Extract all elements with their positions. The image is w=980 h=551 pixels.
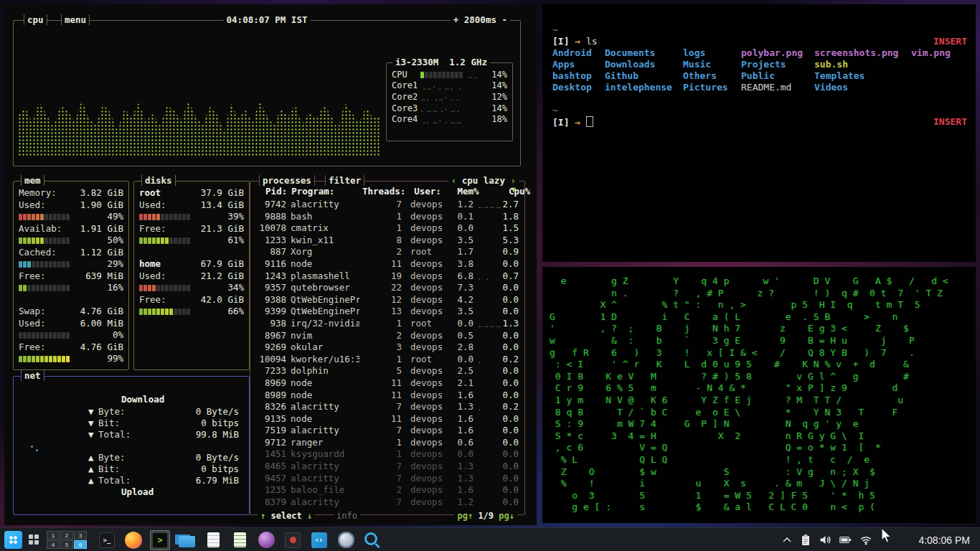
- terminal-cursor[interactable]: [586, 116, 593, 127]
- refresh-rate-control[interactable]: + 2800ms -: [451, 14, 510, 25]
- stat-line: [14, 294, 128, 306]
- sort-selector[interactable]: ‹ cpu lazy ›: [448, 175, 519, 186]
- network-box-title: net: [21, 370, 44, 381]
- disks-box: disks root37.9 GiBUsed:13.4 GiB39%Free:2…: [133, 181, 250, 370]
- okular-icon[interactable]: [283, 530, 303, 550]
- stat-line: 39%: [134, 211, 249, 223]
- desktop-pager-cell-1[interactable]: 1: [47, 531, 60, 540]
- process-info-control[interactable]: info: [334, 511, 360, 521]
- process-row[interactable]: 7519alacritty7devops1.60.0: [250, 425, 524, 437]
- process-row[interactable]: 9388QtWebEnginePr12devops4.20.0: [250, 294, 524, 306]
- process-row[interactable]: 8326alacritty7devops1.3⡀0.2: [250, 401, 524, 413]
- file-manager-icon[interactable]: [176, 530, 197, 550]
- text-editor-icon[interactable]: [203, 530, 223, 550]
- vscode-icon[interactable]: [309, 530, 329, 550]
- battery-icon[interactable]: [839, 534, 852, 545]
- command-text: ls: [586, 36, 598, 47]
- cpu-legend-row: Core4⢀⡀⣀⠄⡀⣀⣀18%: [387, 113, 512, 125]
- ls-entry: Templates: [814, 70, 911, 82]
- konsole-icon[interactable]: [97, 530, 117, 550]
- memory-box-title: mem: [21, 175, 44, 186]
- desktop-pager-cell-6[interactable]: 6: [74, 540, 87, 549]
- terminal-icon[interactable]: [150, 530, 170, 550]
- desktop-pager-cell-4[interactable]: 4: [47, 540, 60, 549]
- process-select-control[interactable]: ↑ select ↓: [258, 511, 315, 521]
- document-viewer-icon[interactable]: [230, 530, 250, 550]
- stat-line: 16%: [14, 282, 128, 294]
- stat-line: root37.9 GiB: [134, 187, 249, 199]
- usage-meter: [19, 332, 70, 339]
- process-row[interactable]: 9457alacritty7devops1.30.0: [250, 473, 524, 485]
- stat-line: 99%: [14, 353, 128, 365]
- process-row[interactable]: 1233kwin_x118devops3.55.3: [250, 235, 524, 247]
- usage-meter: [19, 237, 70, 244]
- net-stat-line: ▼Byte:0 Byte/s: [88, 406, 239, 418]
- cpu-legend-row: Core3⡀⣀⣀⢀⠄⣀⡀14%: [387, 103, 512, 114]
- search-app-icon[interactable]: [362, 530, 382, 550]
- menu-button[interactable]: menu: [61, 14, 90, 25]
- net-stat-line: ▼Total:99.8 MiB: [88, 429, 239, 441]
- desktop-pager-cell-5[interactable]: 5: [60, 540, 73, 549]
- process-row[interactable]: 9712ranger1devops0.60.0: [250, 437, 524, 449]
- ls-entry: Github: [605, 70, 683, 82]
- process-row[interactable]: 9269okular3devops2.80.0: [250, 342, 524, 354]
- stat-line: 49%: [14, 211, 128, 223]
- stat-line: 29%: [14, 258, 128, 270]
- process-row[interactable]: 10078cmatrix1devops0.01.5: [250, 222, 524, 235]
- process-row[interactable]: 8967nvim2devops0.50.0: [250, 330, 524, 342]
- memory-box: mem Memory:3.82 GiBUsed:1.90 GiB49%Avail…: [13, 181, 129, 370]
- process-row[interactable]: 7233dolphin5devops2.50.0: [250, 365, 524, 377]
- photo-app-icon[interactable]: [256, 530, 276, 550]
- ls-entry: logs: [683, 47, 741, 59]
- usage-meter: [139, 214, 190, 220]
- process-row[interactable]: 1451ksysguardd1devops0.00.0: [250, 448, 524, 461]
- cwd-line: ~: [542, 105, 976, 116]
- process-row[interactable]: 9135node11devops1.60.0: [250, 413, 524, 425]
- desktop: { "colors": { "accent_blue": "#3daee9", …: [0, 0, 980, 551]
- process-page-control[interactable]: pg↑ 1/9 pg↓: [454, 511, 517, 521]
- process-table-header: Pid: Program: Threads: User: Mem% Cpu%: [250, 186, 536, 198]
- process-row[interactable]: 9399QtWebEnginePr13devops3.50.0: [250, 306, 524, 318]
- ls-entry: intelephense: [605, 82, 683, 93]
- process-row[interactable]: 1243plasmashell19devops6.8⡀⢀0.7: [250, 270, 524, 283]
- process-row[interactable]: 938irq/32-nvidia1root0.0⣀⣀⣀⣀1.3: [250, 318, 524, 330]
- desktop-pager-cell-2[interactable]: 2: [60, 531, 73, 540]
- grid-widget-icon[interactable]: [29, 534, 39, 545]
- process-row[interactable]: 9116node11devops3.80.0: [250, 258, 524, 270]
- ls-entry: sub.sh: [814, 59, 911, 70]
- wifi-icon[interactable]: [859, 535, 872, 545]
- filter-button[interactable]: filter: [325, 175, 364, 186]
- process-row[interactable]: 8989node11devops1.60.0: [250, 390, 524, 402]
- process-row[interactable]: 8379alacritty7devops1.20.0: [250, 496, 524, 509]
- sort-next-icon: ›: [510, 175, 516, 186]
- tray-expander-icon[interactable]: [782, 536, 792, 545]
- taskbar: 123456 4:08:06 PM: [0, 527, 980, 551]
- stat-line: Free:42.0 GiB: [134, 294, 249, 306]
- application-launcher-icon[interactable]: [4, 531, 22, 549]
- process-row[interactable]: 1235baloo_file2devops1.60.0: [250, 484, 524, 496]
- stat-line: Cached:1.12 GiB: [14, 247, 128, 259]
- process-table: 9742alacritty7devops1.2⣀⣀⣀⣀⣀2.79888bash1…: [250, 199, 524, 508]
- cpu-legend: i3-2330M 1.2 GHz CPU ⣀⡀14%Core1⢀⣀⠄⡀⣀⡀⢀14…: [386, 62, 513, 141]
- process-row[interactable]: 9888bash1devops0.11.8: [250, 211, 524, 223]
- qutebrowser-icon[interactable]: [336, 530, 356, 550]
- process-row[interactable]: 9357qutebrowser22devops7.30.0: [250, 282, 524, 294]
- clipboard-icon[interactable]: [800, 534, 811, 546]
- process-row[interactable]: 8969node11devops2.10.0: [250, 377, 524, 390]
- process-row[interactable]: 8465alacritty7devops1.30.0: [250, 461, 524, 473]
- insert-mode-badge: INSERT: [933, 116, 967, 128]
- volume-icon[interactable]: [819, 534, 831, 545]
- stat-line: Used:1.90 GiB: [14, 199, 128, 212]
- firefox-icon[interactable]: [123, 530, 143, 550]
- process-row[interactable]: 9742alacritty7devops1.2⣀⣀⣀⣀⣀2.7: [250, 199, 524, 211]
- cpu-legend-row: CPU ⣀⡀14%: [387, 69, 512, 80]
- processes-box-title: processes: [259, 175, 315, 186]
- ls-row: bashtopGithubOthersPublicTemplates: [542, 70, 976, 82]
- stat-line: 66%: [134, 306, 249, 318]
- process-row[interactable]: 10094kworker/u16:31root0.0⡀0.2: [250, 354, 524, 366]
- process-row[interactable]: 887Xorg2root1.70.9: [250, 246, 524, 258]
- stat-line: 0%: [14, 329, 128, 342]
- desktop-pager-cell-3[interactable]: 3: [74, 531, 87, 540]
- ls-entry: Android: [552, 47, 605, 59]
- prompt-line: [I] → INSERT: [542, 116, 976, 128]
